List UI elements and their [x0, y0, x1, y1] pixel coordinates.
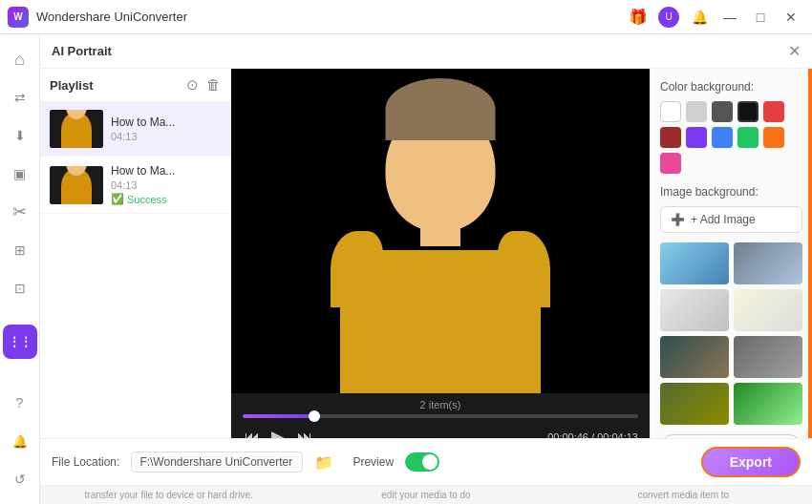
- minimize-button[interactable]: —: [716, 4, 743, 31]
- gift-button[interactable]: 🎁: [625, 4, 652, 31]
- color-swatch-darkred[interactable]: [660, 127, 681, 148]
- play-button[interactable]: ▶: [269, 424, 288, 438]
- titlebar-left: W Wondershare UniConverter: [8, 7, 187, 28]
- titlebar-controls: 🎁 U 🔔 — □ ✕: [625, 4, 804, 31]
- video-and-right: 2 item(s) ⏮ ▶ ⏭ 00:00:46 /: [231, 69, 812, 438]
- toggle-thumb: [422, 454, 438, 470]
- sidebar-item-ai[interactable]: ⋮⋮: [3, 325, 37, 359]
- sidebar-item-settings[interactable]: ↺: [3, 462, 37, 496]
- playlist-item-name-1: How to Ma...: [111, 116, 221, 129]
- main-container: ⌂ ⇄ ⬇ ▣ ✂ ⊞ ⊡ ⋮⋮ ? 🔔 ↺ AI Portrait ✕ Pla…: [0, 34, 812, 504]
- preview-toggle[interactable]: [405, 452, 439, 472]
- sidebar-item-help[interactable]: ?: [3, 386, 37, 420]
- bg-image-5[interactable]: [660, 336, 729, 378]
- progress-fill: [243, 414, 314, 418]
- sidebar-bottom: ? 🔔 ↺: [3, 386, 37, 496]
- bg-image-2[interactable]: [734, 242, 802, 284]
- sidebar-item-cut[interactable]: ✂: [3, 195, 37, 229]
- playlist-title: Playlist: [50, 78, 94, 93]
- panel-body: Playlist ⊙ 🗑: [40, 69, 812, 438]
- right-panel: Color background:: [650, 69, 812, 438]
- add-icon: ➕: [671, 213, 685, 226]
- bg-image-8[interactable]: [734, 383, 802, 425]
- titlebar: W Wondershare UniConverter 🎁 U 🔔 — □ ✕: [0, 0, 812, 34]
- hint-2: edit your media to do: [297, 486, 554, 504]
- playlist-item-status-2: ✅ Success: [111, 193, 221, 205]
- bg-image-4[interactable]: [734, 289, 802, 331]
- color-swatch-black[interactable]: [737, 101, 759, 122]
- footer-hints: transfer your file to device or hard dri…: [40, 485, 812, 504]
- sidebar-item-home[interactable]: ⌂: [3, 42, 37, 76]
- color-swatch-white[interactable]: [660, 101, 681, 122]
- color-swatch-purple[interactable]: [686, 127, 707, 148]
- video-controls: 2 item(s) ⏮ ▶ ⏭ 00:00:46 /: [231, 393, 650, 438]
- rewind-button[interactable]: ⏮: [243, 427, 262, 438]
- panel-close-button[interactable]: ✕: [788, 42, 801, 60]
- playlist-item-info-2: How to Ma... 04:13 ✅ Success: [111, 164, 221, 205]
- close-button[interactable]: ✕: [778, 4, 804, 31]
- playlist-item[interactable]: How to Ma... 04:13 ✅ Success: [40, 157, 230, 214]
- panel-title: AI Portrait: [52, 44, 112, 58]
- image-bg-section: Image background: ➕ + Add Image: [660, 185, 802, 438]
- playlist-settings-icon[interactable]: ⊙: [186, 76, 199, 94]
- sidebar-item-convert[interactable]: ⇄: [3, 80, 37, 115]
- color-swatch-blue[interactable]: [712, 127, 733, 148]
- bg-image-3[interactable]: [660, 289, 729, 331]
- time-total: 00:04:13: [597, 431, 638, 438]
- preview-label: Preview: [353, 455, 394, 469]
- video-canvas: [231, 69, 650, 393]
- bg-image-1[interactable]: [660, 242, 729, 284]
- color-swatch-orange[interactable]: [763, 127, 784, 148]
- export-button[interactable]: Export: [701, 447, 801, 477]
- time-current: 00:00:46: [547, 431, 588, 438]
- controls-row: ⏮ ▶ ⏭ 00:00:46 / 00:04:13: [243, 424, 638, 438]
- add-image-label: + Add Image: [691, 213, 756, 226]
- playlist-item[interactable]: How to Ma... 04:13: [40, 102, 230, 157]
- playlist-header: Playlist ⊙ 🗑: [40, 69, 230, 102]
- fast-forward-button[interactable]: ⏭: [295, 427, 314, 438]
- progress-bar[interactable]: [243, 414, 638, 418]
- playlist-item-duration-2: 04:13: [111, 179, 221, 191]
- video-area: 2 item(s) ⏮ ▶ ⏭ 00:00:46 /: [231, 69, 650, 438]
- file-location-label: File Location:: [52, 455, 119, 469]
- playlist-delete-icon[interactable]: 🗑: [206, 76, 221, 94]
- playlist: Playlist ⊙ 🗑: [40, 69, 231, 438]
- bg-image-6[interactable]: [734, 336, 802, 378]
- app-title: Wondershare UniConverter: [36, 10, 187, 24]
- playlist-thumb-2: [50, 166, 103, 204]
- bell-button[interactable]: 🔔: [686, 4, 713, 31]
- sidebar-item-screen[interactable]: ▣: [3, 157, 37, 191]
- time-display: 00:00:46 / 00:04:13: [547, 431, 638, 438]
- hint-3: convert media item to: [555, 486, 812, 504]
- playlist-thumb-1: [50, 110, 103, 148]
- playlist-actions: ⊙ 🗑: [186, 76, 221, 94]
- content-area: AI Portrait ✕ Playlist ⊙ 🗑: [40, 34, 812, 504]
- apply-all-button[interactable]: Apply to All: [660, 434, 802, 438]
- maximize-button[interactable]: □: [747, 4, 774, 31]
- playlist-item-info-1: How to Ma... 04:13: [111, 116, 221, 142]
- success-icon: ✅: [111, 193, 124, 205]
- add-image-button[interactable]: ➕ + Add Image: [660, 206, 802, 233]
- app-logo: W: [8, 7, 29, 28]
- accent-bar: [808, 69, 812, 438]
- color-swatch-pink[interactable]: [660, 153, 681, 174]
- user-button[interactable]: U: [655, 4, 682, 31]
- folder-browse-button[interactable]: 📁: [314, 453, 333, 472]
- bg-image-7[interactable]: [660, 383, 729, 425]
- bottom-bar: File Location: 📁 Preview Export: [40, 438, 812, 485]
- sidebar: ⌂ ⇄ ⬇ ▣ ✂ ⊞ ⊡ ⋮⋮ ? 🔔 ↺: [0, 34, 40, 504]
- sidebar-item-merge[interactable]: ⊞: [3, 233, 37, 267]
- color-swatch-green[interactable]: [737, 127, 759, 148]
- color-bg-label: Color background:: [660, 80, 802, 94]
- sidebar-item-compress[interactable]: ⊡: [3, 271, 37, 305]
- progress-thumb[interactable]: [309, 410, 320, 422]
- sidebar-item-download[interactable]: ⬇: [3, 118, 37, 153]
- playlist-item-duration-1: 04:13: [111, 131, 221, 142]
- playlist-item-name-2: How to Ma...: [111, 164, 221, 178]
- file-path-input[interactable]: [131, 452, 303, 472]
- user-avatar: U: [658, 7, 679, 28]
- color-swatch-darkgray[interactable]: [712, 101, 733, 122]
- color-swatch-lightgray[interactable]: [686, 101, 707, 122]
- color-swatch-red[interactable]: [763, 101, 784, 122]
- sidebar-item-notification[interactable]: 🔔: [3, 424, 37, 458]
